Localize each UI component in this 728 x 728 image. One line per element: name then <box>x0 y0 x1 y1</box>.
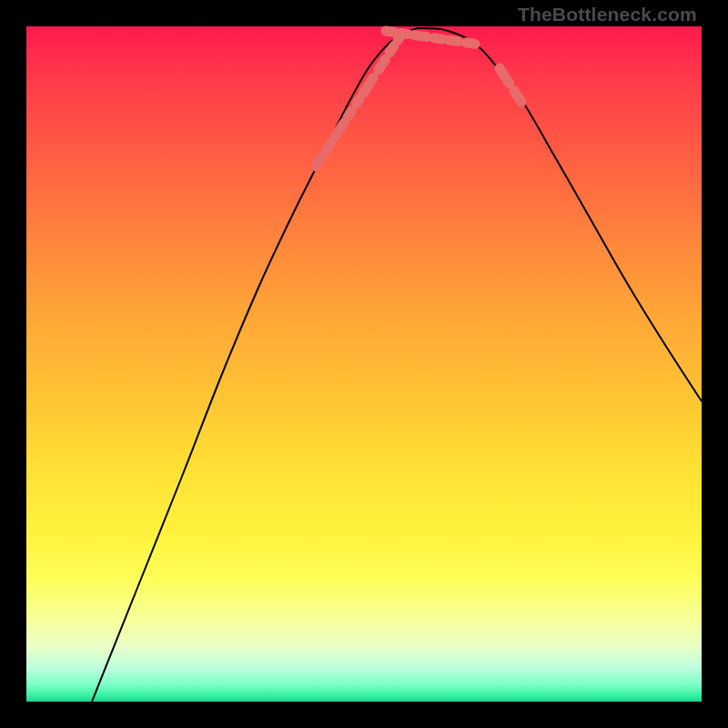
plot-area <box>26 26 702 702</box>
highlight-blobs-right <box>500 68 536 125</box>
highlight-blobs-left <box>316 35 401 167</box>
curve-group <box>92 28 702 702</box>
curve-svg <box>26 26 702 702</box>
chart-frame: TheBottleneck.com <box>0 0 728 728</box>
watermark-text: TheBottleneck.com <box>518 4 697 25</box>
bottleneck-curve-left <box>92 28 418 702</box>
bottleneck-curve-right <box>418 28 702 401</box>
